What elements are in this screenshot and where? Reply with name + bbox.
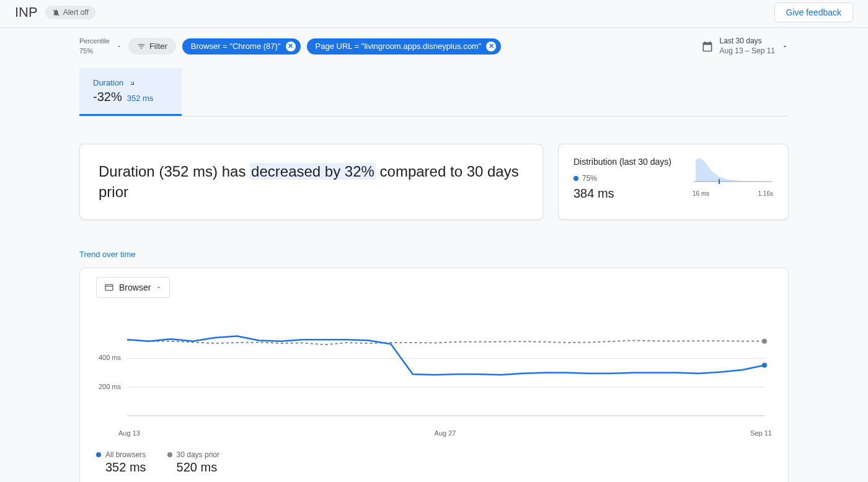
percentile-selector[interactable]: Percentile 75% [79, 37, 122, 56]
chevron-down-icon [156, 284, 162, 291]
tab-name: Duration [93, 78, 123, 87]
filter-chip-pageurl[interactable]: Page URL = "livingroom.apps.disneyplus.c… [307, 38, 502, 55]
date-main: Last 30 days [720, 37, 775, 46]
alert-toggle[interactable]: Alert off [45, 6, 95, 19]
x-label-2: Sep 11 [750, 429, 772, 437]
legend-all-browsers: All browsers 352 ms [96, 450, 146, 475]
chevron-down-icon [116, 43, 122, 50]
percentile-label: Percentile [79, 37, 110, 46]
alert-label: Alert off [63, 8, 89, 17]
svg-text:400 ms: 400 ms [99, 354, 122, 361]
give-feedback-button[interactable]: Give feedback [774, 2, 854, 22]
tab-ms: 352 ms [127, 94, 154, 103]
legend-row: All browsers 352 ms 30 days prior 520 ms [96, 450, 772, 475]
header-left: INP Alert off [15, 4, 95, 20]
dot-icon [574, 176, 578, 181]
summary-card: Duration (352 ms) has decreased by 32% c… [79, 144, 543, 220]
distribution-chart: 16 ms 1.16s [693, 157, 773, 197]
dist-max: 1.16s [758, 190, 773, 197]
distribution-title: Distribution (last 30 days) [574, 157, 671, 167]
summary-highlight: decreased by 32% [250, 163, 376, 180]
browser-label: Browser [119, 283, 151, 292]
svg-rect-3 [105, 284, 113, 290]
tab-row: Duration -32% 352 ms [79, 68, 789, 116]
browser-selector[interactable]: Browser [96, 277, 170, 298]
chevron-down-icon [781, 43, 789, 50]
summary-pre: Duration (352 ms) has [99, 163, 250, 180]
trend-title: Trend over time [79, 250, 789, 259]
svg-point-10 [762, 339, 767, 344]
dot-icon [167, 452, 172, 457]
trend-chart: 200 ms400 ms Aug 13 Aug 27 Sep 11 [96, 309, 772, 437]
chip-label: Page URL = "livingroom.apps.disneyplus.c… [316, 42, 482, 51]
distribution-card: Distribution (last 30 days) 75% 384 ms 1… [558, 144, 789, 220]
chip-label: Browser = "Chrome (87)" [191, 42, 281, 51]
x-label-0: Aug 13 [118, 429, 140, 437]
percentile-value: 75% [79, 46, 110, 56]
svg-text:200 ms: 200 ms [99, 383, 122, 390]
date-range-selector[interactable]: Last 30 days Aug 13 – Sep 11 [701, 37, 789, 56]
content: Percentile 75% Filter Browser = "Chrome … [0, 28, 868, 482]
legend-name: 30 days prior [177, 450, 219, 459]
page-title: INP [15, 4, 38, 20]
legend-value: 520 ms [177, 460, 219, 475]
legend-name: All browsers [105, 450, 146, 459]
arrow-down-right-icon [128, 79, 136, 87]
filter-left: Percentile 75% Filter Browser = "Chrome … [79, 37, 501, 56]
tab-percent: -32% [93, 90, 122, 104]
bell-off-icon [52, 9, 60, 17]
filter-button[interactable]: Filter [128, 38, 176, 55]
calendar-icon [701, 40, 714, 53]
close-icon[interactable]: ✕ [286, 42, 296, 51]
legend-value: 352 ms [105, 460, 146, 475]
header-bar: INP Alert off Give feedback [0, 0, 868, 28]
x-label-1: Aug 27 [435, 429, 456, 437]
legend-30-days-prior: 30 days prior 520 ms [167, 450, 219, 475]
summary-row: Duration (352 ms) has decreased by 32% c… [79, 144, 789, 220]
filter-chip-browser[interactable]: Browser = "Chrome (87)" ✕ [182, 38, 301, 55]
distribution-value: 384 ms [574, 186, 671, 201]
filter-icon [137, 42, 146, 51]
dot-icon [96, 452, 101, 457]
filter-label: Filter [149, 42, 167, 51]
browser-icon [104, 283, 114, 292]
svg-point-11 [762, 363, 767, 368]
tab-duration[interactable]: Duration -32% 352 ms [79, 68, 182, 116]
dist-min: 16 ms [693, 190, 709, 197]
distribution-percentile: 75% [582, 174, 597, 183]
filter-row: Percentile 75% Filter Browser = "Chrome … [79, 37, 789, 56]
summary-text: Duration (352 ms) has decreased by 32% c… [99, 162, 524, 202]
trend-card: Browser 200 ms400 ms Aug 13 Aug 27 Sep 1… [79, 268, 789, 482]
close-icon[interactable]: ✕ [486, 42, 496, 51]
date-sub: Aug 13 – Sep 11 [720, 46, 775, 56]
